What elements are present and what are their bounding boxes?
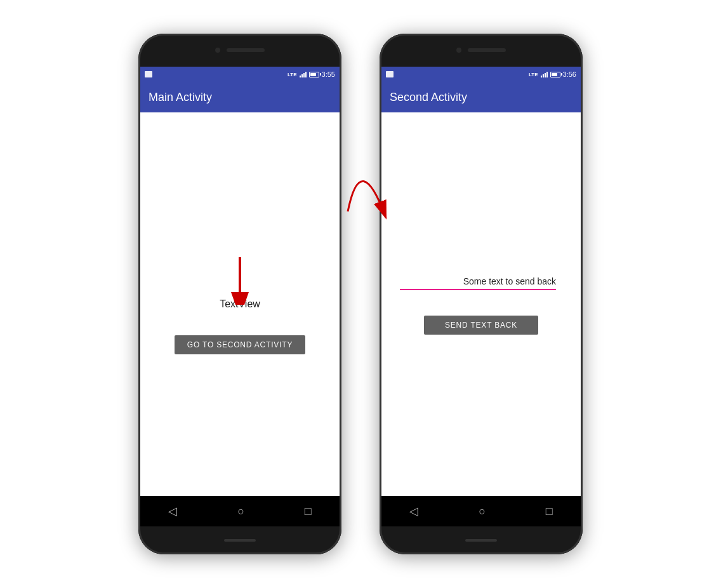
phone-1-lte: LTE [288,72,297,77]
phone-1-content: TextView GO TO SECOND ACTIVITY [138,112,341,496]
phone-1: LTE 3:55 Main Activity [138,34,341,554]
phone-2-recents-button[interactable]: □ [546,505,553,518]
phone-1-bottom-indicator [224,539,256,542]
phone-2-bottom-indicator [465,539,497,542]
phone-2-time: 3:56 [563,70,576,78]
edit-text-wrapper [400,274,562,290]
phone-1-top-bar [138,34,341,67]
phone-2-back-button[interactable]: ◁ [409,504,418,518]
phone-2-content: SEND TEXT BACK [380,112,583,496]
phone-2-battery-icon [550,72,560,77]
phone-1-home-button[interactable]: ○ [237,505,244,518]
go-to-second-activity-button[interactable]: GO TO SECOND ACTIVITY [175,335,305,354]
phone-1-camera [215,48,220,53]
svg-rect-3 [386,71,394,77]
phone-2-camera [456,48,461,53]
sim-card-icon [145,71,152,77]
phone-2: LTE 3:56 Second Activity [380,34,583,554]
phone-2-status-left [386,71,394,77]
phone-2-app-bar: Second Activity [380,82,583,112]
phone-1-app-title: Main Activity [149,91,212,104]
phone-1-app-bar: Main Activity [138,82,341,112]
phone-2-status-bar: LTE 3:56 [380,67,583,82]
phone-1-signal-icon [300,71,307,77]
phone-2-app-title: Second Activity [390,91,467,104]
phone-1-bottom-bar [138,526,341,554]
phone-2-top-bar [380,34,583,67]
phone-1-nav-bar: ◁ ○ □ [138,496,341,526]
phone-1-battery-icon [309,72,319,77]
phones-container: LTE 3:55 Main Activity [138,34,583,554]
phone-2-screen: LTE 3:56 Second Activity [380,67,583,526]
phone-1-back-button[interactable]: ◁ [168,504,177,518]
phone-1-time: 3:55 [322,70,335,78]
phone-1-screen: LTE 3:55 Main Activity [138,67,341,526]
phone-2-lte: LTE [529,72,538,77]
phone-1-status-bar: LTE 3:55 [138,67,341,82]
phone-2-nav-bar: ◁ ○ □ [380,496,583,526]
phone-2-bottom-bar [380,526,583,554]
phone-2-home-button[interactable]: ○ [479,505,486,518]
down-arrow-icon [215,254,265,305]
phone-1-speaker [227,48,265,52]
phone-1-status-right: LTE 3:55 [288,70,335,78]
svg-rect-0 [145,71,152,77]
phone-1-recents-button[interactable]: □ [305,505,312,518]
sim-card-icon-2 [386,71,394,77]
phone-1-status-left [145,71,152,77]
phone-2-signal-icon [541,71,548,77]
send-text-back-button[interactable]: SEND TEXT BACK [424,316,538,335]
send-back-edit-text[interactable] [400,274,556,290]
phone-2-speaker [468,48,506,52]
phone-2-status-right: LTE 3:56 [529,70,576,78]
